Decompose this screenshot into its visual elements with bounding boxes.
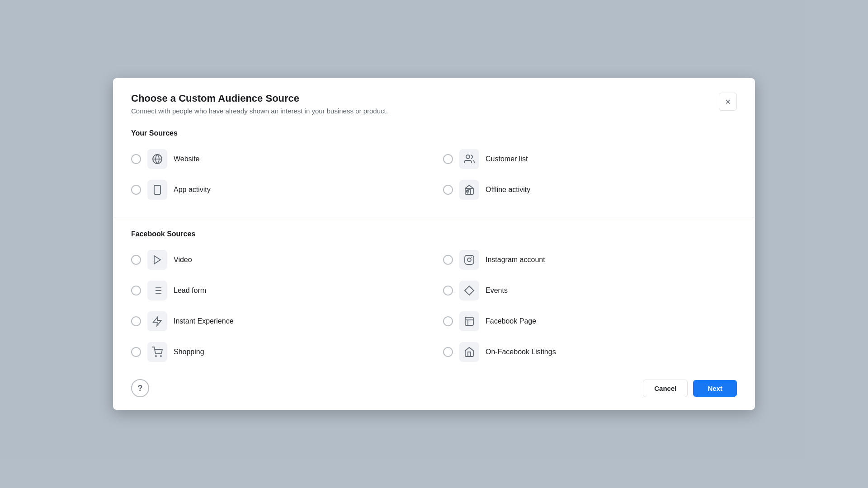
footer-actions: Cancel Next (643, 380, 737, 397)
page-icon (459, 311, 479, 331)
next-button[interactable]: Next (693, 380, 737, 397)
close-button[interactable]: × (719, 93, 737, 111)
tablet-icon (147, 180, 167, 200)
source-option-lead-form[interactable]: Lead form (131, 278, 425, 303)
svg-point-2 (466, 155, 470, 159)
svg-rect-3 (154, 185, 160, 194)
radio-lead-form[interactable] (131, 286, 141, 296)
listings-label: On-Facebook Listings (486, 348, 556, 356)
source-option-instant-experience[interactable]: Instant Experience (131, 309, 425, 334)
modal-header: Choose a Custom Audience Source Connect … (131, 93, 737, 115)
radio-customer-list[interactable] (443, 154, 453, 164)
radio-facebook-page[interactable] (443, 316, 453, 326)
source-option-listings[interactable]: On-Facebook Listings (443, 339, 737, 365)
instagram-label: Instagram account (486, 256, 545, 264)
events-label: Events (486, 286, 508, 295)
radio-shopping[interactable] (131, 347, 141, 357)
instant-experience-label: Instant Experience (174, 317, 234, 325)
svg-rect-20 (465, 317, 473, 325)
play-icon (147, 250, 167, 270)
store-icon (459, 180, 479, 200)
source-option-offline-activity[interactable]: Offline activity (443, 177, 737, 202)
facebook-page-label: Facebook Page (486, 317, 536, 325)
modal-title: Choose a Custom Audience Source (131, 93, 388, 104)
source-option-video[interactable]: Video (131, 247, 425, 272)
svg-rect-9 (465, 255, 474, 264)
website-label: Website (174, 155, 200, 163)
radio-app-activity[interactable] (131, 185, 141, 195)
svg-rect-7 (467, 191, 468, 192)
listings-icon (459, 342, 479, 362)
svg-point-23 (156, 356, 156, 357)
app-activity-label: App activity (174, 186, 211, 194)
cancel-button[interactable]: Cancel (643, 380, 688, 397)
list-icon (147, 281, 167, 300)
instagram-icon (459, 250, 479, 270)
source-option-app-activity[interactable]: App activity (131, 177, 425, 202)
source-option-instagram[interactable]: Instagram account (443, 247, 737, 272)
source-option-events[interactable]: Events (443, 278, 737, 303)
source-option-facebook-page[interactable]: Facebook Page (443, 309, 737, 334)
custom-audience-modal: Choose a Custom Audience Source Connect … (113, 78, 755, 410)
svg-point-24 (160, 356, 161, 357)
your-sources-title: Your Sources (131, 129, 737, 137)
video-label: Video (174, 256, 192, 264)
lead-form-label: Lead form (174, 286, 206, 295)
radio-website[interactable] (131, 154, 141, 164)
source-option-customer-list[interactable]: Customer list (443, 146, 737, 172)
svg-marker-19 (153, 317, 161, 326)
users-icon (459, 149, 479, 169)
source-option-website[interactable]: Website (131, 146, 425, 172)
diamond-icon (459, 281, 479, 300)
svg-point-11 (472, 257, 472, 258)
help-icon: ? (138, 384, 143, 393)
radio-offline-activity[interactable] (443, 185, 453, 195)
section-divider (113, 217, 755, 217)
svg-marker-8 (154, 256, 160, 264)
offline-activity-label: Offline activity (486, 186, 530, 194)
close-icon: × (725, 97, 731, 107)
facebook-sources-grid: Video Instagram account (131, 247, 737, 365)
radio-instant-experience[interactable] (131, 316, 141, 326)
globe-icon (147, 149, 167, 169)
radio-events[interactable] (443, 286, 453, 296)
bolt-icon (147, 311, 167, 331)
facebook-sources-title: Facebook Sources (131, 230, 737, 238)
modal-header-text: Choose a Custom Audience Source Connect … (131, 93, 388, 115)
svg-marker-18 (465, 286, 474, 295)
source-option-shopping[interactable]: Shopping (131, 339, 425, 365)
help-button[interactable]: ? (131, 379, 149, 397)
shopping-label: Shopping (174, 348, 204, 356)
radio-listings[interactable] (443, 347, 453, 357)
radio-instagram[interactable] (443, 255, 453, 265)
customer-list-label: Customer list (486, 155, 528, 163)
modal-footer: ? Cancel Next (131, 379, 737, 397)
svg-point-10 (467, 258, 471, 262)
your-sources-grid: Website Customer list (131, 146, 737, 202)
radio-video[interactable] (131, 255, 141, 265)
modal-subtitle: Connect with people who have already sho… (131, 107, 388, 115)
cart-icon (147, 342, 167, 362)
